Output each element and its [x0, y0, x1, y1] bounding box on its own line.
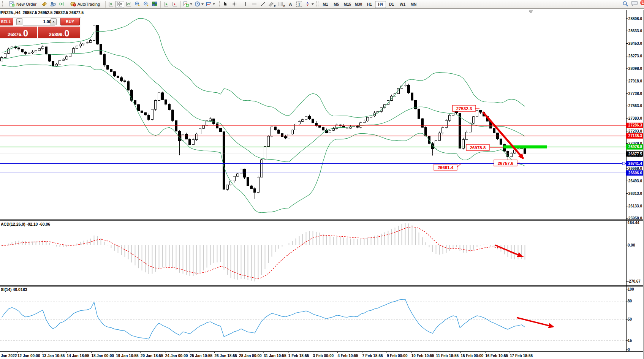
indicators-icon [183, 1, 189, 8]
periods-clock-icon [195, 1, 200, 8]
toolbar-grip[interactable] [316, 1, 318, 7]
trendline-button[interactable] [259, 1, 267, 8]
svg-text:19 Jan 10:55: 19 Jan 10:55 [116, 354, 139, 358]
periods-button[interactable] [193, 1, 205, 8]
new-order-icon [9, 1, 15, 8]
svg-text:13 Jan 10:55: 13 Jan 10:55 [42, 354, 65, 358]
crosshair-button[interactable] [230, 1, 239, 8]
main-toolbar: New Order AutoTrading E F A T M1M5M15M30… [0, 0, 644, 9]
volume-decrease-button[interactable] [16, 18, 22, 25]
rsi-panel[interactable]: 1008050150 [0, 287, 634, 352]
volume-increase-button[interactable] [51, 18, 57, 25]
svg-text:26313.0: 26313.0 [628, 191, 642, 196]
svg-text:27563.0: 27563.0 [628, 104, 642, 108]
price-axis[interactable]: 28808.028633.028453.028273.028098.027918… [626, 17, 643, 221]
svg-text:26757.6: 26757.6 [498, 161, 514, 166]
zoom-out-button[interactable] [142, 1, 150, 8]
svg-text:3 Feb 00:00: 3 Feb 00:00 [313, 354, 334, 358]
buy-price[interactable]: 26899.0 [38, 27, 80, 38]
equidistant-channel-button[interactable]: E [267, 1, 277, 8]
timeframe-M30[interactable]: M30 [353, 1, 364, 8]
community-button[interactable] [49, 1, 57, 8]
signals-button[interactable] [57, 1, 66, 8]
timeframe-M5[interactable]: M5 [331, 1, 342, 8]
sell-price[interactable]: 26876.0 [0, 27, 37, 38]
notifications-button[interactable]: 1 [630, 1, 639, 8]
svg-text:26606.6: 26606.6 [628, 171, 642, 175]
arrows-icon [305, 1, 310, 8]
fibonacci-button[interactable]: F [277, 1, 286, 8]
dropdown-caret-icon [190, 3, 192, 5]
svg-text:164.44: 164.44 [628, 221, 639, 225]
wallet-button[interactable] [40, 1, 49, 8]
bar-chart-mode-button[interactable] [107, 1, 116, 8]
search-button[interactable] [621, 1, 630, 8]
chart-shift-button[interactable] [171, 1, 179, 8]
zoom-in-button[interactable] [133, 1, 142, 8]
vertical-line-button[interactable] [241, 1, 250, 8]
svg-text:100: 100 [628, 287, 634, 291]
timeframe-H1[interactable]: H1 [364, 1, 375, 8]
svg-text:27135.3: 27135.3 [628, 134, 642, 138]
cursor-button[interactable] [221, 1, 230, 8]
svg-text:-270.67: -270.67 [628, 279, 641, 283]
svg-text:Jan 2022: Jan 2022 [1, 354, 17, 358]
macd-panel[interactable]: 164.440.00-270.67 [2, 221, 641, 283]
dropdown-caret-icon [213, 3, 215, 5]
time-axis[interactable]: Jan 202212 Jan 00:0013 Jan 10:5514 Jan 1… [1, 352, 533, 358]
horizontal-line-button[interactable] [250, 1, 259, 8]
indicators-button[interactable] [182, 1, 193, 8]
autotrading-button[interactable]: AutoTrading [66, 1, 104, 8]
svg-text:26 Jan 18:55: 26 Jan 18:55 [214, 354, 237, 358]
dropdown-caret-icon [201, 3, 204, 5]
svg-text:26978.8: 26978.8 [470, 145, 486, 150]
toolbar-separator [105, 1, 106, 8]
tile-windows-button[interactable] [150, 1, 159, 8]
wallet-icon [41, 1, 47, 8]
templates-button[interactable] [205, 1, 216, 8]
timeframe-M1[interactable]: M1 [320, 1, 331, 8]
channel-letter: E [274, 5, 276, 8]
svg-text:28273.0: 28273.0 [628, 54, 642, 58]
svg-text:26877.5: 26877.5 [628, 152, 642, 156]
toolbar-grip[interactable] [218, 1, 220, 7]
svg-text:25 Jan 10:55: 25 Jan 10:55 [190, 354, 213, 358]
buy-button[interactable]: BUY [60, 18, 80, 25]
chart-canvas[interactable]: 28808.028633.028453.028273.028098.027918… [0, 0, 644, 359]
svg-text:14 Jan 18:55: 14 Jan 18:55 [67, 354, 90, 358]
timeframe-MN[interactable]: MN [408, 1, 419, 8]
candlestick-series[interactable] [1, 25, 526, 199]
rsi-indicator-label: SI(14) 40.0183 [1, 287, 27, 292]
svg-text:7 Feb 18:55: 7 Feb 18:55 [362, 354, 383, 358]
auto-scroll-icon [163, 1, 169, 8]
svg-text:24 Jan 00:00: 24 Jan 00:00 [165, 354, 188, 358]
new-order-button[interactable]: New Order [6, 1, 40, 8]
text-label-button[interactable]: T [295, 1, 304, 8]
timeframe-M15[interactable]: M15 [342, 1, 353, 8]
auto-scroll-button[interactable] [162, 1, 171, 8]
svg-text:1 Feb 18:55: 1 Feb 18:55 [288, 354, 309, 358]
arrows-button[interactable] [304, 1, 315, 8]
svg-text:28808.0: 28808.0 [628, 17, 642, 21]
line-chart-mode-button[interactable] [124, 1, 133, 8]
toolbar-separator [180, 1, 181, 8]
svg-text:26493.0: 26493.0 [628, 179, 642, 183]
green-highlight-bar[interactable] [503, 145, 547, 149]
horizontal-line-objects[interactable] [0, 125, 626, 173]
svg-text:12 Jan 00:00: 12 Jan 00:00 [17, 354, 40, 358]
timeframe-D1[interactable]: D1 [386, 1, 397, 8]
candlestick-mode-button[interactable] [116, 1, 124, 8]
new-order-label: New Order [16, 2, 36, 6]
one-click-trading-panel: SELL BUY 26876.0 26899.0 [0, 17, 81, 38]
vertical-line-icon [243, 1, 248, 8]
timeframe-H4[interactable]: H4 [375, 1, 386, 8]
sell-button[interactable]: SELL [0, 18, 13, 25]
text-button[interactable]: A [286, 1, 295, 8]
zoom-out-icon [143, 1, 149, 8]
volume-input[interactable] [23, 18, 55, 25]
dropdown-caret-icon [312, 3, 314, 5]
timeframe-W1[interactable]: W1 [397, 1, 408, 8]
chart-title-ohlc: JPN225-,H4 26857.5 26952.5 26832.5 26877… [0, 10, 84, 15]
toolbar-grip[interactable] [2, 1, 4, 7]
svg-text:17 Feb 18:55: 17 Feb 18:55 [510, 354, 533, 358]
